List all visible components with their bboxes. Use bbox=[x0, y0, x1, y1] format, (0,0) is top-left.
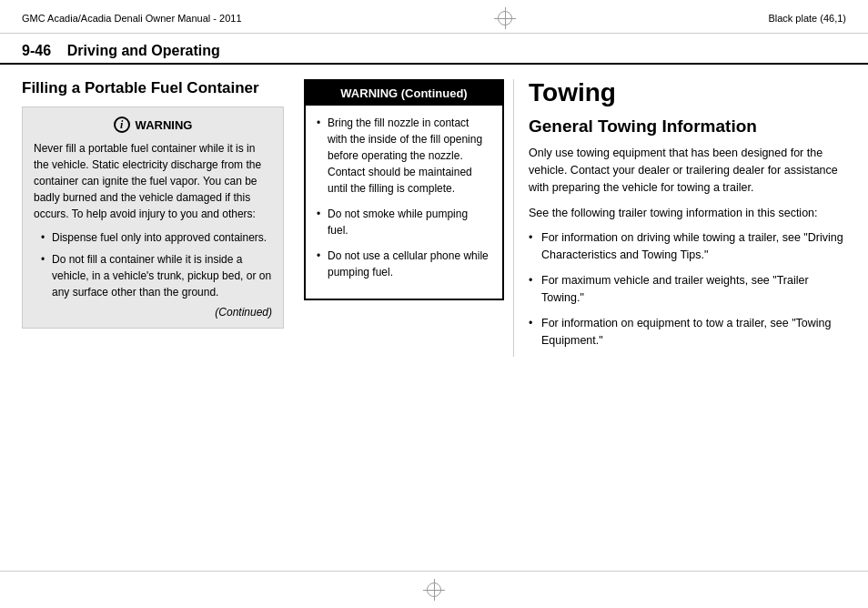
warning-continued-body: Bring the fill nozzle in contact with th… bbox=[306, 106, 502, 299]
filling-title: Filling a Portable Fuel Container bbox=[22, 79, 284, 97]
section-title: 9-46 Driving and Operating bbox=[22, 43, 220, 58]
page-header: GMC Acadia/Acadia Denali Owner Manual - … bbox=[0, 0, 868, 34]
list-item: Do not smoke while pumping fuel. bbox=[317, 206, 491, 238]
main-content: Filling a Portable Fuel Container i WARN… bbox=[0, 65, 868, 371]
list-item: Dispense fuel only into approved contain… bbox=[41, 229, 272, 246]
header-right: Black plate (46,1) bbox=[768, 13, 846, 24]
towing-intro-2: See the following trailer towing informa… bbox=[529, 205, 846, 222]
warning-body-text: Never fill a portable fuel container whi… bbox=[34, 140, 272, 222]
crosshair-icon bbox=[494, 7, 516, 29]
towing-list: For information on driving while towing … bbox=[529, 229, 846, 350]
list-item: For maximum vehicle and trailer weights,… bbox=[529, 272, 846, 308]
header-center bbox=[494, 7, 516, 29]
list-item: For information on equipment to tow a tr… bbox=[529, 315, 846, 350]
warning-label: WARNING bbox=[136, 118, 193, 132]
footer-crosshair-circle bbox=[427, 583, 441, 597]
list-item: For information on driving while towing … bbox=[529, 229, 846, 265]
right-column: Towing General Towing Information Only u… bbox=[513, 79, 846, 357]
section-title-bar: 9-46 Driving and Operating bbox=[0, 34, 868, 65]
left-column: Filling a Portable Fuel Container i WARN… bbox=[22, 79, 295, 357]
warning-header: i WARNING bbox=[34, 117, 272, 133]
warning-continued-list: Bring the fill nozzle in contact with th… bbox=[317, 115, 491, 280]
warning-box: i WARNING Never fill a portable fuel con… bbox=[22, 106, 284, 329]
towing-subtitle: General Towing Information bbox=[529, 117, 846, 137]
warning-continued-box: WARNING (Continued) Bring the fill nozzl… bbox=[304, 79, 504, 300]
continued-label: (Continued) bbox=[34, 306, 272, 319]
header-left: GMC Acadia/Acadia Denali Owner Manual - … bbox=[22, 13, 242, 24]
section-number: 9-46 bbox=[22, 43, 51, 58]
list-item: Bring the fill nozzle in contact with th… bbox=[317, 115, 491, 197]
footer-crosshair-icon bbox=[423, 579, 445, 601]
towing-intro-1: Only use towing equipment that has been … bbox=[529, 145, 846, 198]
warning-continued-header: WARNING (Continued) bbox=[306, 81, 502, 106]
warning-icon: i bbox=[114, 117, 130, 133]
crosshair-circle bbox=[498, 11, 512, 25]
page-footer bbox=[0, 571, 868, 608]
warning-list: Dispense fuel only into approved contain… bbox=[41, 229, 272, 300]
middle-column: WARNING (Continued) Bring the fill nozzl… bbox=[295, 79, 513, 357]
list-item: Do not use a cellular phone while pumpin… bbox=[317, 248, 491, 280]
section-heading: Driving and Operating bbox=[67, 43, 220, 58]
list-item: Do not fill a container while it is insi… bbox=[41, 251, 272, 300]
towing-title: Towing bbox=[529, 79, 846, 107]
